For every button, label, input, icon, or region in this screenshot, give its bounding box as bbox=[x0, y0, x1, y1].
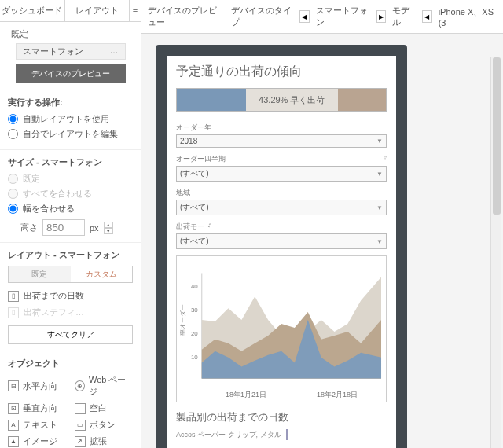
obj-web[interactable]: ⊕Web ページ bbox=[75, 374, 134, 398]
left-tabs: ダッシュボード レイアウト ≡ bbox=[0, 0, 141, 22]
filter-quarter-select[interactable]: (すべて)▼ bbox=[176, 166, 387, 182]
layout-section: レイアウト - スマートフォン 既定 カスタム ▯ 出荷までの日数 ▯ 出荷ステ… bbox=[0, 243, 141, 351]
obj-vertical[interactable]: ⊡垂直方向 bbox=[8, 402, 67, 414]
bar-seg-blue bbox=[177, 89, 246, 111]
height-stepper[interactable]: ▲▼ bbox=[104, 222, 113, 234]
device-type-label: デバイスのタイプ bbox=[231, 5, 293, 28]
objects-section: オブジェクト ⊟水平方向 ⊕Web ページ ⊡垂直方向 空白 Aテキスト ▭ボタ… bbox=[0, 351, 141, 448]
type-next-button[interactable]: ▶ bbox=[376, 10, 387, 23]
preview-canvas: 予定通りの出荷の傾向 43.29% 早く出荷 オーダー年 2018▼ オーダー四… bbox=[141, 34, 503, 448]
filter-mode-label: 出荷モード bbox=[176, 222, 211, 232]
funnel-icon[interactable]: ▿ bbox=[384, 154, 387, 164]
product-name: Accos ペーパー クリップ, メタル bbox=[176, 430, 281, 440]
filter-year-label: オーダー年 bbox=[176, 123, 211, 133]
product-row: Accos ペーパー クリップ, メタル bbox=[176, 429, 387, 440]
filter-mode-select[interactable]: (すべて)▼ bbox=[176, 233, 387, 249]
horizontal-icon: ⊟ bbox=[8, 380, 19, 391]
dashboard-title: 予定通りの出荷の傾向 bbox=[176, 64, 387, 80]
svg-text:30: 30 bbox=[191, 307, 198, 314]
scrollbar-thumb[interactable] bbox=[493, 57, 501, 215]
svg-text:10: 10 bbox=[191, 354, 198, 361]
preview-label: デバイスのプレビュー bbox=[148, 5, 225, 28]
model-prev-button[interactable]: ◀ bbox=[422, 10, 432, 23]
filter-quarter-label: オーダー四半期 bbox=[176, 154, 226, 164]
kpi-stacked-bar: 43.29% 早く出荷 bbox=[176, 88, 387, 112]
height-unit: px bbox=[90, 223, 99, 233]
extension-icon: ↗ bbox=[75, 436, 86, 447]
model-value: iPhone X、XS (3 bbox=[439, 6, 497, 28]
left-panel: ダッシュボード レイアウト ≡ 既定 スマートフォン … デバイスのプレビュー … bbox=[0, 0, 141, 448]
x-label-1: 18年1月21日 bbox=[226, 390, 266, 400]
radio-auto-layout[interactable]: 自動レイアウトを使用 bbox=[8, 113, 133, 125]
y-axis-label: 率オーダー bbox=[180, 304, 186, 336]
action-title: 実行する操作: bbox=[8, 97, 133, 108]
svg-text:20: 20 bbox=[191, 330, 198, 337]
sheet-icon: ▯ bbox=[8, 291, 19, 302]
radio-size-fit-all: すべてを合わせる bbox=[8, 188, 133, 200]
filter-region-label: 地域 bbox=[176, 188, 190, 198]
globe-icon: ⊕ bbox=[75, 380, 85, 391]
device-preview-button[interactable]: デバイスのプレビュー bbox=[16, 64, 126, 83]
tabs-collapse-icon[interactable]: ≡ bbox=[130, 0, 141, 21]
device-more-icon[interactable]: … bbox=[110, 46, 119, 57]
objects-title: オブジェクト bbox=[8, 358, 133, 369]
blank-icon bbox=[75, 403, 86, 414]
section-products-title: 製品別の出荷までの日数 bbox=[176, 410, 387, 424]
size-title: サイズ - スマートフォン bbox=[8, 156, 133, 168]
obj-extension[interactable]: ↗拡張 bbox=[75, 435, 134, 447]
obj-image[interactable]: ▲イメージ bbox=[8, 435, 67, 447]
x-label-2: 18年2月18日 bbox=[317, 390, 358, 400]
sheet-icon: ▯ bbox=[8, 307, 19, 318]
chevron-down-icon: ▼ bbox=[376, 171, 383, 178]
layout-tab-custom[interactable]: カスタム bbox=[71, 266, 133, 282]
bar-seg-tan bbox=[338, 89, 386, 111]
action-section: 実行する操作: 自動レイアウトを使用 自分でレイアウトを編集 bbox=[0, 90, 141, 150]
device-selector[interactable]: スマートフォン … bbox=[16, 43, 126, 60]
image-icon: ▲ bbox=[8, 436, 19, 447]
button-icon: ▭ bbox=[75, 420, 86, 431]
layout-item-ship-steffy[interactable]: ▯ 出荷ステフィ… bbox=[8, 304, 133, 321]
device-label: スマートフォン bbox=[23, 46, 83, 57]
svg-text:40: 40 bbox=[191, 283, 198, 290]
bar-seg-grey: 43.29% 早く出荷 bbox=[246, 89, 338, 111]
radio-manual-layout[interactable]: 自分でレイアウトを編集 bbox=[8, 128, 133, 140]
device-frame: 予定通りの出荷の傾向 43.29% 早く出荷 オーダー年 2018▼ オーダー四… bbox=[156, 45, 407, 448]
tab-layout[interactable]: レイアウト bbox=[65, 0, 130, 21]
chevron-down-icon: ▼ bbox=[376, 238, 383, 245]
filter-region-select[interactable]: (すべて)▼ bbox=[176, 200, 387, 215]
radio-size-fit-width[interactable]: 幅を合わせる bbox=[8, 203, 133, 215]
obj-text[interactable]: Aテキスト bbox=[8, 419, 67, 431]
chevron-down-icon: ▼ bbox=[376, 138, 383, 145]
device-type-value: スマートフォン bbox=[316, 5, 370, 28]
obj-horizontal[interactable]: ⊟水平方向 bbox=[8, 374, 67, 398]
type-prev-button[interactable]: ◀ bbox=[299, 10, 310, 23]
tab-dashboard[interactable]: ダッシュボード bbox=[0, 0, 65, 21]
area-chart: 40 30 20 10 率オーダー 18年 bbox=[176, 255, 387, 402]
size-section: サイズ - スマートフォン 既定 すべてを合わせる 幅を合わせる 高さ px ▲… bbox=[0, 150, 141, 243]
clear-all-button[interactable]: すべてクリア bbox=[8, 325, 133, 344]
height-input[interactable] bbox=[42, 219, 85, 236]
product-bar bbox=[286, 429, 288, 440]
layout-item-ship-days[interactable]: ▯ 出荷までの日数 bbox=[8, 288, 133, 304]
height-label: 高さ bbox=[20, 222, 38, 233]
preview-topbar: デバイスのプレビュー デバイスのタイプ ◀ スマートフォン ▶ モデル ◀ iP… bbox=[141, 0, 503, 34]
text-icon: A bbox=[8, 420, 19, 431]
obj-button[interactable]: ▭ボタン bbox=[75, 419, 134, 431]
default-label: 既定 bbox=[11, 28, 28, 40]
obj-blank[interactable]: 空白 bbox=[75, 402, 134, 414]
chevron-down-icon: ▼ bbox=[376, 204, 383, 211]
right-panel: デバイスのプレビュー デバイスのタイプ ◀ スマートフォン ▶ モデル ◀ iP… bbox=[141, 0, 503, 448]
vertical-icon: ⊡ bbox=[8, 403, 19, 414]
device-section: 既定 スマートフォン … デバイスのプレビュー bbox=[0, 22, 141, 90]
area-chart-svg: 40 30 20 10 率オーダー bbox=[180, 261, 383, 387]
layout-title: レイアウト - スマートフォン bbox=[8, 249, 133, 261]
filter-year-select[interactable]: 2018▼ bbox=[176, 134, 387, 148]
layout-tab-default[interactable]: 既定 bbox=[9, 266, 71, 282]
model-label: モデル bbox=[392, 5, 416, 28]
radio-size-default: 既定 bbox=[8, 173, 133, 185]
